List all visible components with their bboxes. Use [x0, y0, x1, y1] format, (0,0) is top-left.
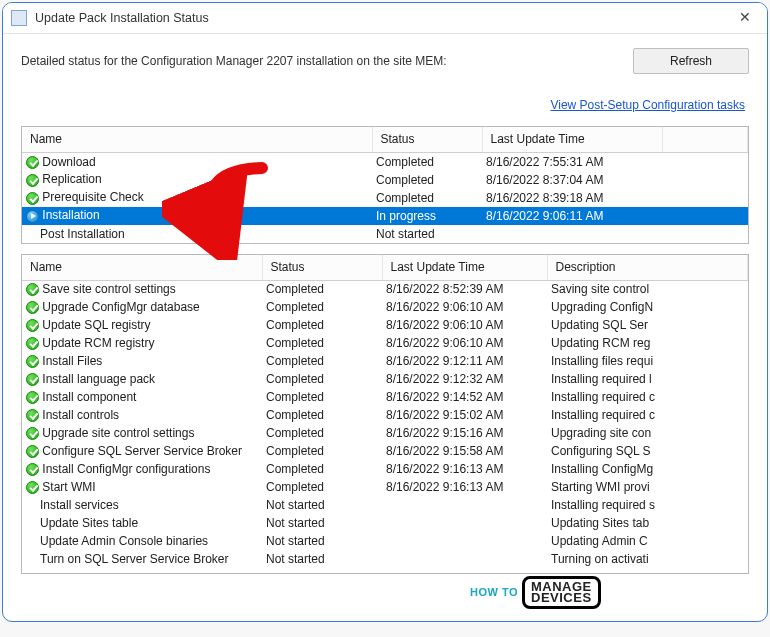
- phase-row[interactable]: Prerequisite CheckCompleted8/16/2022 8:3…: [22, 189, 748, 207]
- col-status[interactable]: Status: [372, 127, 482, 153]
- detail-row[interactable]: Save site control settingsCompleted8/16/…: [22, 280, 748, 298]
- details-header-row: Name Status Last Update Time Description: [22, 255, 748, 281]
- details-table-wrap: Name Status Last Update Time Description…: [21, 254, 749, 574]
- detail-time: 8/16/2022 9:16:13 AM: [382, 478, 547, 496]
- detail-row[interactable]: Update RCM registryCompleted8/16/2022 9:…: [22, 334, 748, 352]
- detail-row[interactable]: Install language packCompleted8/16/2022 …: [22, 370, 748, 388]
- col2-status[interactable]: Status: [262, 255, 382, 281]
- phase-row[interactable]: Post InstallationNot started: [22, 225, 748, 243]
- detail-status: Not started: [262, 514, 382, 532]
- col-time[interactable]: Last Update Time: [482, 127, 662, 153]
- detail-time: [382, 496, 547, 514]
- phase-row[interactable]: InstallationIn progress8/16/2022 9:06:11…: [22, 207, 748, 225]
- inprogress-icon: [26, 210, 39, 223]
- detail-desc: Upgrading site con: [547, 424, 748, 442]
- completed-icon: [26, 481, 39, 494]
- col2-time[interactable]: Last Update Time: [382, 255, 547, 281]
- detail-row[interactable]: Install FilesCompleted8/16/2022 9:12:11 …: [22, 352, 748, 370]
- detail-name-cell: Turn on SQL Server Service Broker: [22, 550, 262, 568]
- phase-name-cell: Replication: [22, 171, 372, 189]
- phase-status: Not started: [372, 225, 482, 243]
- phase-status: Completed: [372, 153, 482, 171]
- completed-icon: [26, 463, 39, 476]
- detail-name: Save site control settings: [42, 282, 175, 296]
- detail-desc: Updating SQL Ser: [547, 316, 748, 334]
- titlebar: Update Pack Installation Status ✕: [3, 3, 767, 34]
- detail-desc: Turning on activati: [547, 550, 748, 568]
- detail-row[interactable]: Update Admin Console binariesNot started…: [22, 532, 748, 550]
- detail-time: 8/16/2022 9:06:10 AM: [382, 298, 547, 316]
- detail-name-cell: Install language pack: [22, 370, 262, 388]
- detail-time: 8/16/2022 9:15:16 AM: [382, 424, 547, 442]
- detail-row[interactable]: Update SQL registryCompleted8/16/2022 9:…: [22, 316, 748, 334]
- phase-header-row: Name Status Last Update Time: [22, 127, 748, 153]
- col-name[interactable]: Name: [22, 127, 372, 153]
- detail-name: Start WMI: [42, 480, 95, 494]
- detail-row[interactable]: Install ConfigMgr configurationsComplete…: [22, 460, 748, 478]
- detail-name-cell: Install component: [22, 388, 262, 406]
- detail-row[interactable]: Upgrade site control settingsCompleted8/…: [22, 424, 748, 442]
- refresh-button[interactable]: Refresh: [633, 48, 749, 74]
- detail-status: Completed: [262, 316, 382, 334]
- phase-status: Completed: [372, 171, 482, 189]
- detail-row[interactable]: Start WMICompleted8/16/2022 9:16:13 AMSt…: [22, 478, 748, 496]
- detail-time: 8/16/2022 9:06:10 AM: [382, 316, 547, 334]
- detail-name: Install component: [42, 390, 136, 404]
- col2-name[interactable]: Name: [22, 255, 262, 281]
- detail-name-cell: Start WMI: [22, 478, 262, 496]
- window-title: Update Pack Installation Status: [35, 11, 729, 25]
- detail-row[interactable]: Update Sites tableNot startedUpdating Si…: [22, 514, 748, 532]
- phase-name: Post Installation: [40, 227, 125, 241]
- detail-status: Completed: [262, 478, 382, 496]
- detail-row[interactable]: Configure SQL Server Service BrokerCompl…: [22, 442, 748, 460]
- detail-row[interactable]: Turn on SQL Server Service BrokerNot sta…: [22, 550, 748, 568]
- detail-name: Update Sites table: [40, 516, 138, 530]
- detail-name: Upgrade site control settings: [42, 426, 194, 440]
- detail-name: Update SQL registry: [42, 318, 150, 332]
- detail-status: Completed: [262, 334, 382, 352]
- detail-row[interactable]: Install componentCompleted8/16/2022 9:14…: [22, 388, 748, 406]
- detail-desc: Configuring SQL S: [547, 442, 748, 460]
- detail-time: [382, 532, 547, 550]
- detail-row[interactable]: Install controlsCompleted8/16/2022 9:15:…: [22, 406, 748, 424]
- detail-status: Completed: [262, 424, 382, 442]
- col2-desc[interactable]: Description: [547, 255, 748, 281]
- phase-time: 8/16/2022 8:39:18 AM: [482, 189, 662, 207]
- detail-time: [382, 550, 547, 568]
- status-subtitle: Detailed status for the Configuration Ma…: [21, 54, 621, 68]
- completed-icon: [26, 156, 39, 169]
- phase-name-cell: Prerequisite Check: [22, 189, 372, 207]
- detail-row[interactable]: Upgrade ConfigMgr databaseCompleted8/16/…: [22, 298, 748, 316]
- completed-icon: [26, 192, 39, 205]
- detail-status: Not started: [262, 532, 382, 550]
- detail-row[interactable]: Install servicesNot startedInstalling re…: [22, 496, 748, 514]
- completed-icon: [26, 283, 39, 296]
- detail-desc: Upgrading ConfigN: [547, 298, 748, 316]
- phase-name-cell: Installation: [22, 207, 372, 225]
- detail-desc: Saving site control: [547, 280, 748, 298]
- detail-status: Completed: [262, 352, 382, 370]
- close-button[interactable]: ✕: [729, 7, 761, 29]
- detail-desc: Installing required l: [547, 370, 748, 388]
- detail-time: 8/16/2022 8:52:39 AM: [382, 280, 547, 298]
- phase-table: Name Status Last Update Time DownloadCom…: [21, 126, 749, 244]
- detail-desc: Installing required s: [547, 496, 748, 514]
- completed-icon: [26, 409, 39, 422]
- phase-row[interactable]: ReplicationCompleted8/16/2022 8:37:04 AM: [22, 171, 748, 189]
- completed-icon: [26, 373, 39, 386]
- detail-name-cell: Configure SQL Server Service Broker: [22, 442, 262, 460]
- detail-name: Install services: [40, 498, 119, 512]
- post-setup-link[interactable]: View Post-Setup Configuration tasks: [550, 98, 745, 112]
- details-scroll[interactable]: Name Status Last Update Time Description…: [22, 255, 748, 573]
- completed-icon: [26, 391, 39, 404]
- completed-icon: [26, 355, 39, 368]
- detail-status: Completed: [262, 298, 382, 316]
- phase-row[interactable]: DownloadCompleted8/16/2022 7:55:31 AM: [22, 153, 748, 171]
- detail-name-cell: Upgrade site control settings: [22, 424, 262, 442]
- detail-name: Install language pack: [42, 372, 155, 386]
- update-pack-window: Update Pack Installation Status ✕ Detail…: [2, 2, 768, 622]
- detail-time: 8/16/2022 9:15:02 AM: [382, 406, 547, 424]
- completed-icon: [26, 445, 39, 458]
- completed-icon: [26, 301, 39, 314]
- detail-name-cell: Update Admin Console binaries: [22, 532, 262, 550]
